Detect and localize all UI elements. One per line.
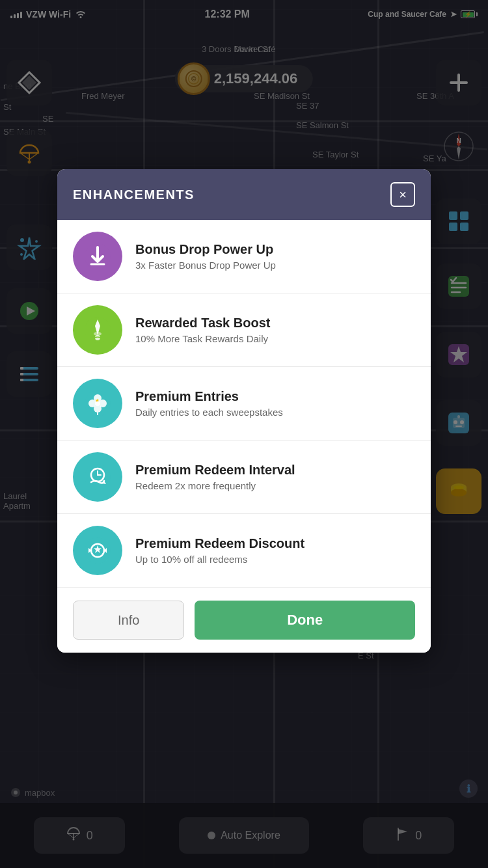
svg-point-56 xyxy=(95,401,100,406)
redeem-interval-icon xyxy=(73,452,122,502)
premium-entries-title: Premium Entries xyxy=(135,389,283,404)
premium-entries-text: Premium Entries Daily entries to each sw… xyxy=(135,389,283,418)
premium-entries-desc: Daily entries to each sweepstakes xyxy=(135,407,283,418)
redeem-interval-title: Premium Redeem Interval xyxy=(135,463,295,478)
bonus-drop-title: Bonus Drop Power Up xyxy=(135,242,276,257)
modal-body: Bonus Drop Power Up 3x Faster Bonus Drop… xyxy=(57,220,431,587)
enhancement-item-redeem-interval: Premium Redeem Interval Redeem 2x more f… xyxy=(57,441,431,514)
done-button[interactable]: Done xyxy=(195,601,415,640)
task-boost-text: Rewarded Task Boost 10% More Task Reward… xyxy=(135,316,270,344)
redeem-discount-icon xyxy=(73,526,122,575)
redeem-interval-desc: Redeem 2x more frequently xyxy=(135,480,295,491)
modal-header: ENHANCEMENTS × xyxy=(57,169,431,220)
modal-title: ENHANCEMENTS xyxy=(73,187,195,202)
premium-entries-icon xyxy=(73,379,122,428)
task-boost-desc: 10% More Task Rewards Daily xyxy=(135,333,270,344)
bonus-drop-desc: 3x Faster Bonus Drop Power Up xyxy=(135,260,276,271)
enhancement-item-premium-entries: Premium Entries Daily entries to each sw… xyxy=(57,367,431,441)
modal-footer: Info Done xyxy=(57,587,431,653)
enhancement-item-redeem-discount: Premium Redeem Discount Up to 10% off al… xyxy=(57,514,431,587)
redeem-discount-title: Premium Redeem Discount xyxy=(135,536,305,551)
enhancement-item-task-boost: Rewarded Task Boost 10% More Task Reward… xyxy=(57,293,431,367)
modal-close-button[interactable]: × xyxy=(390,182,415,207)
task-boost-title: Rewarded Task Boost xyxy=(135,316,270,331)
task-boost-icon xyxy=(73,305,122,355)
bonus-drop-text: Bonus Drop Power Up 3x Faster Bonus Drop… xyxy=(135,242,276,271)
redeem-discount-text: Premium Redeem Discount Up to 10% off al… xyxy=(135,536,305,565)
enhancement-item-bonus-drop: Bonus Drop Power Up 3x Faster Bonus Drop… xyxy=(57,220,431,293)
redeem-interval-text: Premium Redeem Interval Redeem 2x more f… xyxy=(135,463,295,491)
bonus-drop-icon xyxy=(73,232,122,281)
redeem-discount-desc: Up to 10% off all redeems xyxy=(135,554,305,565)
info-button[interactable]: Info xyxy=(73,601,184,640)
enhancements-modal: ENHANCEMENTS × Bonus Drop Power Up 3x Fa… xyxy=(57,169,431,653)
